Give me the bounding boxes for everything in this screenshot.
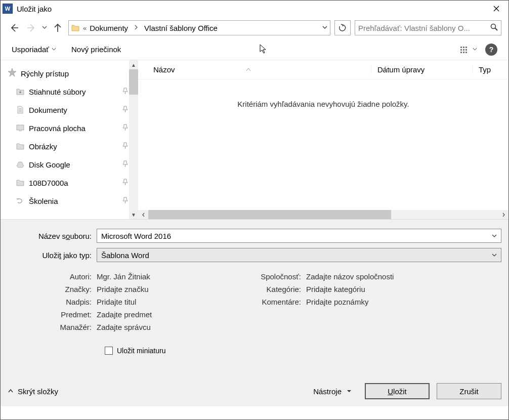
breadcrumb-overflow[interactable]: « <box>83 24 87 32</box>
sidebar-scrollbar[interactable]: ▲ ▼ <box>129 60 138 219</box>
sidebar-item-google-drive[interactable]: Disk Google <box>8 155 138 174</box>
star-icon <box>8 68 17 79</box>
search-input[interactable] <box>358 24 490 32</box>
save-thumbnail-label: Uložit miniaturu <box>117 347 165 355</box>
scroll-down-icon[interactable]: ▼ <box>129 210 138 219</box>
authors-label: Autori: <box>8 272 97 281</box>
pin-icon <box>122 142 128 151</box>
svg-rect-6 <box>463 52 464 53</box>
column-type[interactable]: Typ <box>472 65 508 74</box>
horizontal-scrollbar[interactable] <box>138 210 508 219</box>
svg-rect-1 <box>460 47 462 48</box>
sidebar-item-pictures[interactable]: Obrázky <box>8 137 138 155</box>
folder-sync-icon <box>16 196 25 205</box>
scroll-up-icon[interactable]: ▲ <box>129 60 138 69</box>
column-headers: Názov Dátum úpravy Typ <box>138 60 508 79</box>
titlebar: W Uložit jako <box>1 1 508 17</box>
pin-icon <box>122 160 128 169</box>
tags-label: Značky: <box>8 285 97 293</box>
new-folder-button[interactable]: Nový priečinok <box>71 45 121 54</box>
dropdown-icon[interactable] <box>492 252 497 258</box>
toolbar: Usporiadať Nový priečinok ? <box>1 39 508 60</box>
categories-value[interactable]: Pridajte kategóriu <box>306 285 365 293</box>
sidebar-item-folder[interactable]: 108D7000a <box>8 174 138 192</box>
help-button[interactable]: ? <box>485 44 497 56</box>
filename-input[interactable]: Microsoft Word 2016 <box>97 229 501 243</box>
svg-rect-4 <box>463 47 464 48</box>
history-dropdown[interactable] <box>42 25 47 31</box>
comments-label: Komentáre: <box>240 298 306 306</box>
save-thumbnail-checkbox[interactable] <box>105 347 113 355</box>
downloads-icon <box>16 87 25 96</box>
google-drive-icon <box>16 160 25 169</box>
scroll-thumb[interactable] <box>148 210 391 219</box>
search-icon[interactable] <box>490 23 498 32</box>
main-area: Rýchly prístup Stiahnuté súbory Dokument… <box>1 60 508 219</box>
save-button[interactable]: Uložit <box>365 383 430 399</box>
folder-icon <box>16 178 25 187</box>
column-date[interactable]: Dátum úpravy <box>371 65 472 74</box>
view-options-button[interactable] <box>460 46 477 53</box>
categories-label: Kategórie: <box>240 285 306 293</box>
breadcrumb-part[interactable]: Dokumenty <box>90 24 128 32</box>
manager-value[interactable]: Zadajte správcu <box>97 323 151 331</box>
sidebar-quick-access[interactable]: Rýchly prístup <box>8 64 138 82</box>
up-button[interactable] <box>51 21 64 34</box>
tags-value[interactable]: Pridajte značku <box>97 285 149 293</box>
sidebar-item-documents[interactable]: Dokumenty <box>8 101 138 119</box>
window-title: Uložit jako <box>17 5 486 13</box>
refresh-button[interactable] <box>334 20 351 35</box>
company-value[interactable]: Zadajte názov spoločnosti <box>306 272 394 281</box>
pin-icon <box>122 106 128 114</box>
svg-rect-9 <box>465 52 467 53</box>
folder-icon <box>71 23 80 32</box>
address-dropdown-icon[interactable] <box>322 24 328 31</box>
svg-rect-8 <box>465 49 467 51</box>
empty-message: Kritériám vyhľadávania nevyhovujú žiadne… <box>138 79 508 108</box>
authors-value[interactable]: Mgr. Ján Žitniak <box>97 272 150 281</box>
address-bar[interactable]: « Dokumenty Vlastní šablony Office <box>68 20 330 35</box>
manager-label: Manažér: <box>8 323 97 331</box>
cancel-button[interactable]: Zrušit <box>437 383 501 399</box>
forward-button[interactable] <box>25 21 38 34</box>
scroll-left-icon[interactable] <box>138 210 148 219</box>
sort-indicator-icon <box>246 67 251 72</box>
svg-rect-3 <box>460 52 462 53</box>
svg-rect-10 <box>17 125 24 130</box>
company-label: Spoločnosť: <box>240 272 306 281</box>
scroll-right-icon[interactable] <box>498 210 508 219</box>
svg-rect-5 <box>463 49 464 51</box>
filename-label: Název souboru: <box>8 232 97 240</box>
word-app-icon: W <box>3 4 13 14</box>
sidebar-item-downloads[interactable]: Stiahnuté súbory <box>8 82 138 101</box>
file-list: Názov Dátum úpravy Typ Kritériám vyhľadá… <box>138 60 508 219</box>
svg-rect-7 <box>465 47 467 48</box>
close-button[interactable] <box>486 2 506 16</box>
hide-folders-button[interactable]: Skrýt složky <box>8 387 58 396</box>
svg-rect-2 <box>460 49 462 51</box>
subject-value[interactable]: Zadajte predmet <box>97 310 152 319</box>
subject-label: Predmet: <box>8 310 97 319</box>
bottom-panel: Název souboru: Microsoft Word 2016 Uloži… <box>1 219 508 406</box>
breadcrumb-part[interactable]: Vlastní šablony Office <box>144 24 218 32</box>
pin-icon <box>122 197 128 205</box>
documents-icon <box>16 105 25 114</box>
tools-button[interactable]: Nástroje <box>307 387 358 396</box>
pin-icon <box>122 179 128 187</box>
dropdown-icon[interactable] <box>492 233 497 239</box>
pictures-icon <box>16 142 25 151</box>
title-label: Nadpis: <box>8 298 97 306</box>
scroll-thumb[interactable] <box>129 69 138 95</box>
back-button[interactable] <box>8 21 21 34</box>
sidebar-item-folder[interactable]: Školenia <box>8 192 138 210</box>
column-name[interactable]: Názov <box>138 65 371 74</box>
sidebar-item-desktop[interactable]: Pracovná plocha <box>8 119 138 137</box>
navigation-bar: « Dokumenty Vlastní šablony Office <box>1 17 508 39</box>
organize-button[interactable]: Usporiadať <box>12 45 56 54</box>
breadcrumb-separator <box>131 24 141 31</box>
title-value[interactable]: Pridajte titul <box>97 298 136 306</box>
search-box[interactable] <box>355 20 501 35</box>
comments-value[interactable]: Pridajte poznámky <box>306 298 368 306</box>
filetype-label: Uložit jako typ: <box>8 251 97 260</box>
filetype-select[interactable]: Šablona Word <box>97 248 501 262</box>
